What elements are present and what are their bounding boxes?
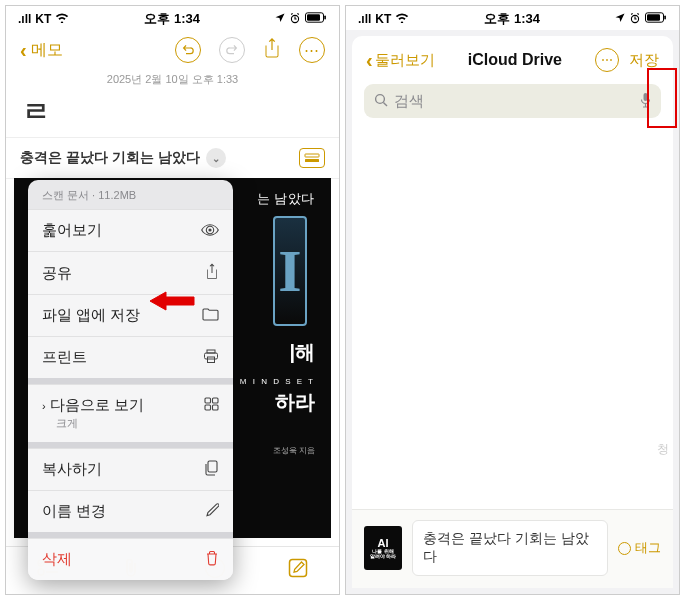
filename-input[interactable]: 충격은 끝났다 기회는 남았다 xyxy=(412,520,608,576)
status-bar: .ıll KT 오후 1:34 xyxy=(6,6,339,30)
browse-back-button[interactable]: ‹ 둘러보기 xyxy=(366,49,435,72)
save-file-bar: AI 나를 위해알려야 하라 충격은 끝났다 기회는 남았다 태그 xyxy=(352,509,673,588)
note-body-text[interactable]: ㄹ xyxy=(6,93,339,137)
eye-icon xyxy=(201,223,219,239)
book-title-fragment: 는 남았다 xyxy=(257,190,315,208)
svg-rect-12 xyxy=(205,405,211,410)
menu-share[interactable]: 공유 xyxy=(28,251,233,294)
search-icon xyxy=(374,93,388,110)
phone-right-files-save-dialog: .ıll KT 오후 1:34 ‹ 둘러보기 xyxy=(345,5,680,595)
menu-save-to-files[interactable]: 파일 앱에 저장 xyxy=(28,294,233,336)
sheet-nav: ‹ 둘러보기 iCloud Drive ⋯ 저장 xyxy=(352,36,673,80)
scan-view-icon[interactable] xyxy=(299,148,325,168)
new-note-button[interactable] xyxy=(288,558,308,583)
index-letter: 청 xyxy=(657,441,669,458)
menu-delete[interactable]: 삭제 xyxy=(28,538,233,580)
book-author: 조성욱 지음 xyxy=(273,445,315,456)
svg-rect-13 xyxy=(213,405,219,410)
tag-button[interactable]: 태그 xyxy=(618,539,661,557)
folder-contents[interactable] xyxy=(352,128,673,509)
svg-rect-10 xyxy=(205,398,211,403)
svg-rect-2 xyxy=(307,14,320,21)
status-bar: .ıll KT 오후 1:34 xyxy=(346,6,679,30)
copy-icon xyxy=(204,460,219,479)
book-cover-letter: I xyxy=(273,216,307,326)
chevron-left-icon: ‹ xyxy=(20,39,27,62)
search-field[interactable]: 검색 xyxy=(364,84,661,118)
more-button[interactable]: ⋯ xyxy=(299,37,325,63)
svg-rect-5 xyxy=(305,159,319,162)
attachment-title[interactable]: 충격은 끝났다 기회는 남았다 xyxy=(20,149,200,167)
back-label: 메모 xyxy=(31,40,63,61)
carrier-label: KT xyxy=(35,12,51,26)
phone-left-notes-app: .ıll KT 오후 1:34 ‹ 메모 xyxy=(5,5,340,595)
grid-icon xyxy=(204,397,219,414)
menu-quick-look[interactable]: 훑어보기 xyxy=(28,209,233,251)
signal-strength-icon: .ıll xyxy=(358,12,371,26)
svg-point-6 xyxy=(208,228,211,231)
redo-button xyxy=(219,37,245,63)
wifi-icon xyxy=(55,12,69,26)
wifi-icon xyxy=(395,12,409,26)
share-button[interactable] xyxy=(263,37,281,63)
note-timestamp: 2025년 2월 10일 오후 1:33 xyxy=(6,70,339,93)
folder-icon xyxy=(202,308,219,324)
pencil-icon xyxy=(205,503,219,520)
status-time: 오후 1:34 xyxy=(144,10,200,28)
menu-rename[interactable]: 이름 변경 xyxy=(28,490,233,532)
nav-bar: ‹ 메모 ⋯ xyxy=(6,30,339,70)
svg-rect-28 xyxy=(644,93,648,101)
dictation-icon[interactable] xyxy=(640,92,651,111)
book-subtitle: |해 M I N D S E T 하라 xyxy=(240,340,315,415)
location-icon xyxy=(275,12,285,26)
attachment-header-bar: 충격은 끝났다 기회는 남았다 ⌄ xyxy=(6,137,339,179)
alarm-icon xyxy=(629,12,641,27)
svg-rect-11 xyxy=(213,398,219,403)
share-icon xyxy=(205,263,219,283)
file-thumbnail: AI 나를 위해알려야 하라 xyxy=(364,526,402,570)
chevron-left-icon: ‹ xyxy=(366,49,373,72)
battery-icon xyxy=(645,12,667,26)
sheet-title: iCloud Drive xyxy=(468,51,562,69)
search-placeholder: 검색 xyxy=(394,92,424,111)
svg-rect-8 xyxy=(205,353,218,359)
svg-rect-21 xyxy=(289,560,306,577)
svg-rect-24 xyxy=(647,14,660,21)
annotation-arrow-save-to-files xyxy=(150,290,196,316)
carrier-label: KT xyxy=(375,12,391,26)
tag-circle-icon xyxy=(618,542,631,555)
status-time: 오후 1:34 xyxy=(484,10,540,28)
menu-view-as[interactable]: ›다음으로 보기 크게 xyxy=(28,384,233,442)
svg-rect-14 xyxy=(208,461,217,472)
trash-icon xyxy=(205,550,219,569)
svg-rect-9 xyxy=(208,357,215,363)
signal-strength-icon: .ıll xyxy=(18,12,31,26)
menu-print[interactable]: 프린트 xyxy=(28,336,233,378)
svg-point-26 xyxy=(376,94,385,103)
menu-header: 스캔 문서 · 11.2MB xyxy=(28,180,233,209)
svg-rect-25 xyxy=(664,15,666,19)
svg-rect-3 xyxy=(324,15,326,19)
sheet-more-button[interactable]: ⋯ xyxy=(595,48,619,72)
svg-marker-15 xyxy=(150,292,194,310)
undo-button[interactable] xyxy=(175,37,201,63)
save-sheet: ‹ 둘러보기 iCloud Drive ⋯ 저장 검색 청 xyxy=(352,36,673,588)
save-button[interactable]: 저장 xyxy=(629,51,659,70)
svg-line-27 xyxy=(383,102,387,106)
menu-copy[interactable]: 복사하기 xyxy=(28,448,233,490)
printer-icon xyxy=(203,349,219,367)
battery-icon xyxy=(305,12,327,26)
svg-rect-4 xyxy=(305,154,319,157)
chevron-down-icon[interactable]: ⌄ xyxy=(206,148,226,168)
back-button[interactable]: ‹ 메모 xyxy=(20,39,63,62)
attachment-context-menu: 스캔 문서 · 11.2MB 훑어보기 공유 파일 앱에 저장 프린트 xyxy=(28,180,233,580)
alarm-icon xyxy=(289,12,301,27)
location-icon xyxy=(615,12,625,26)
